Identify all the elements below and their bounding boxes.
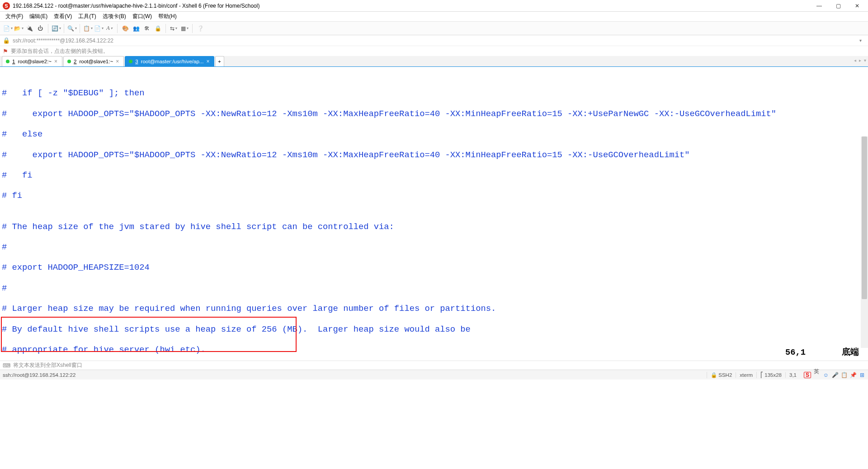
toolbar-separator <box>165 24 166 33</box>
status-dot-icon <box>67 60 71 63</box>
disconnect-button[interactable]: ⏻ <box>35 23 45 33</box>
tab-close-button[interactable]: × <box>116 58 119 65</box>
emoji-icon[interactable]: ☺ <box>823 372 829 378</box>
term-line: # else <box>2 129 866 140</box>
clipboard-icon[interactable]: 📋 <box>841 372 847 378</box>
address-bar[interactable]: 🔒 ssh://root:***********@192.168.254.122… <box>0 35 868 46</box>
term-line: # if [ -z "$DEBUG" ]; then <box>2 88 866 98</box>
tab-label: root@slave1:~ <box>79 59 113 64</box>
address-dropdown-icon[interactable]: ▾ <box>856 38 865 43</box>
paste-button[interactable]: 📄 <box>94 23 104 33</box>
menu-help[interactable]: 帮助(H) <box>156 12 179 21</box>
menu-view[interactable]: 查看(V) <box>51 12 75 21</box>
status-dot-icon <box>6 60 9 63</box>
tab-label: root@slave2:~ <box>18 59 52 64</box>
grid-icon[interactable]: ⊞ <box>859 372 865 378</box>
open-session-button[interactable]: 📂 <box>14 23 24 33</box>
reconnect-button[interactable]: 🔄 <box>51 23 61 33</box>
term-line: # export HADOOP_HEAPSIZE=1024 <box>2 263 866 273</box>
terminal-pane[interactable]: # if [ -z "$DEBUG" ]; then # export HADO… <box>0 67 868 361</box>
scrollbar[interactable] <box>861 136 868 348</box>
term-line: # <box>2 242 866 253</box>
window-maximize-button[interactable]: ▢ <box>832 3 844 9</box>
send-all-label: 将文本发送到全部Xshell窗口 <box>13 361 82 369</box>
window-close-button[interactable]: ✕ <box>851 3 863 9</box>
menu-file[interactable]: 文件(F) <box>3 12 26 21</box>
status-termtype: xterm <box>736 372 756 378</box>
term-line: # appropriate for hive server (hwi etc). <box>2 345 866 355</box>
window-minimize-button[interactable]: — <box>813 3 826 9</box>
tab-number: 3 <box>135 59 138 64</box>
tab-scroll-right-icon[interactable]: ▸ <box>859 58 861 63</box>
vim-status: 56,1底端 <box>785 347 859 358</box>
menu-tabs[interactable]: 选项卡(B) <box>100 12 129 21</box>
search-button[interactable]: 🔍 <box>67 23 77 33</box>
term-line: # fi <box>2 170 866 181</box>
tab-close-button[interactable]: × <box>206 58 209 65</box>
statusbar: ssh://root@192.168.254.122:22 🔒 SSH2 xte… <box>0 370 868 380</box>
transfer-button[interactable]: ⇆ <box>169 23 179 33</box>
keyboard-icon: ⌨ <box>3 362 10 369</box>
ime-sogou-icon[interactable]: S <box>804 372 811 378</box>
status-protocol: 🔒 SSH2 <box>707 372 736 378</box>
term-line: # fi <box>2 191 866 201</box>
menu-edit[interactable]: 编辑(E) <box>27 12 50 21</box>
tab-list-icon[interactable]: ▾ <box>864 58 866 63</box>
window-title: 192.168.254.122 - root@master:/usr/hive/… <box>13 3 813 9</box>
term-line: # export HADOOP_OPTS="$HADOOP_OPTS -XX:N… <box>2 109 866 119</box>
tab-number: 1 <box>12 59 15 64</box>
tab-slave2[interactable]: 1 root@slave2:~ × <box>2 56 62 66</box>
toolbar-separator <box>192 24 193 33</box>
hint-bar: ⚑ 要添加当前会话，点击左侧的箭头按钮。 <box>0 46 868 56</box>
tab-label: root@master:/usr/hive/ap... <box>141 59 204 64</box>
tab-slave1[interactable]: 2 root@slave1:~ × <box>63 56 124 66</box>
mic-icon[interactable]: 🎤 <box>832 372 838 378</box>
menu-tools[interactable]: 工具(T) <box>75 12 99 21</box>
term-line: # The heap size of the jvm stared by hiv… <box>2 222 866 232</box>
copy-button[interactable]: 📋 <box>83 23 93 33</box>
status-size: ⎡ 135x28 <box>756 372 785 378</box>
tab-add-button[interactable]: + <box>215 56 224 66</box>
toolbar-separator <box>64 24 64 33</box>
term-line: # <box>2 283 866 294</box>
lock-icon: 🔒 <box>3 37 10 44</box>
vim-mode: 底端 <box>842 347 859 357</box>
pin-icon[interactable]: 📌 <box>850 372 856 378</box>
term-line: # Larger heap size may be required when … <box>2 304 866 314</box>
address-text[interactable]: ssh://root:***********@192.168.254.122:2… <box>13 38 856 44</box>
tab-close-button[interactable]: × <box>54 58 57 65</box>
help-button[interactable]: ❔ <box>195 23 205 33</box>
scrollbar-thumb[interactable] <box>862 136 867 299</box>
properties-button[interactable]: 🛠 <box>142 23 152 33</box>
menubar: 文件(F) 编辑(E) 查看(V) 工具(T) 选项卡(B) 窗口(W) 帮助(… <box>0 12 868 22</box>
status-caps: 3,1 <box>785 372 800 378</box>
toolbar-separator <box>48 24 48 33</box>
ime-lang-icon[interactable]: 英 , <box>814 372 820 378</box>
lock-button[interactable]: 🔒 <box>153 23 163 33</box>
tab-number: 2 <box>74 59 76 64</box>
flag-icon[interactable]: ⚑ <box>3 48 8 55</box>
menu-window[interactable]: 窗口(W) <box>130 12 155 21</box>
lock-icon: 🔒 <box>711 372 717 378</box>
font-button[interactable]: A <box>104 23 114 33</box>
toolbar-separator <box>80 24 80 33</box>
term-line: # export HADOOP_OPTS="$HADOOP_OPTS -XX:N… <box>2 150 866 160</box>
status-dot-icon <box>129 60 132 63</box>
term-line: # By default hive shell scripts use a he… <box>2 324 866 335</box>
vim-position: 56,1 <box>785 347 806 357</box>
session-tabstrip: 1 root@slave2:~ × 2 root@slave1:~ × 3 ro… <box>0 56 868 67</box>
hint-text: 要添加当前会话，点击左侧的箭头按钮。 <box>11 47 108 55</box>
send-all-bar[interactable]: ⌨ 将文本发送到全部Xshell窗口 <box>0 361 868 370</box>
tab-scroll-left-icon[interactable]: ◂ <box>854 58 856 63</box>
tab-master[interactable]: 3 root@master:/usr/hive/ap... × <box>125 56 214 66</box>
layout-button[interactable]: ▦ <box>179 23 189 33</box>
toolbar-separator <box>117 24 118 33</box>
status-connection: ssh://root@192.168.254.122:22 <box>3 372 707 378</box>
connect-button[interactable]: 🔌 <box>24 23 34 33</box>
color-scheme-button[interactable]: 🎨 <box>120 23 130 33</box>
app-logo-icon: S <box>3 2 10 9</box>
window-titlebar: S 192.168.254.122 - root@master:/usr/hiv… <box>0 0 868 12</box>
users-button[interactable]: 👥 <box>131 23 141 33</box>
new-session-button[interactable]: 📄 <box>3 23 13 33</box>
toolbar: 📄 📂 🔌 ⏻ 🔄 🔍 📋 📄 A 🎨 👥 🛠 🔒 ⇆ ▦ ❔ <box>0 22 868 35</box>
